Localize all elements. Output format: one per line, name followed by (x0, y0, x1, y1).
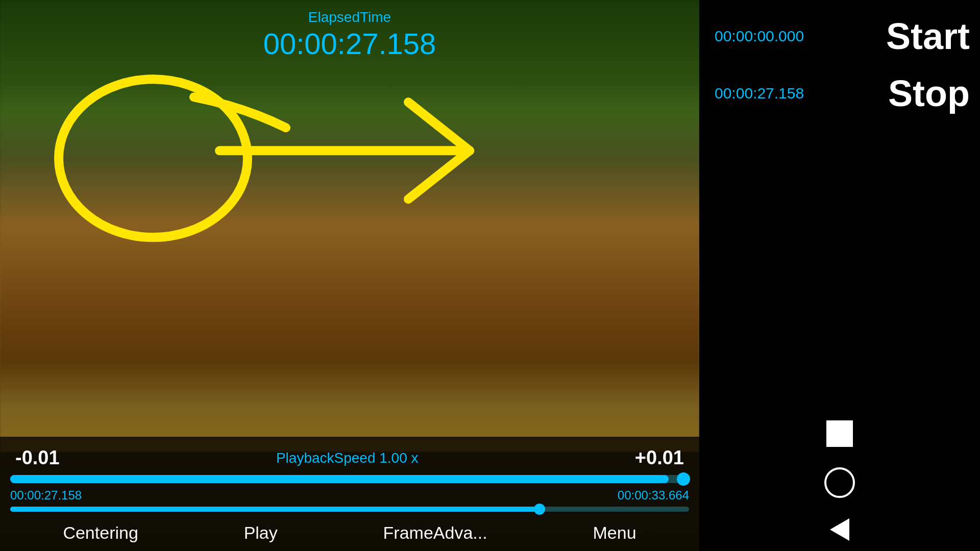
progress-bar-1-fill (10, 475, 669, 483)
decrease-speed-button[interactable]: -0.01 (10, 447, 65, 469)
start-button[interactable]: Start (886, 15, 970, 57)
playback-speed-label: PlaybackSpeed 1.00 x (276, 450, 419, 466)
app: ElapsedTime 00:00:27.158 -0.01 PlaybackS… (0, 0, 980, 551)
centering-button[interactable]: Centering (53, 523, 148, 543)
play-button[interactable]: Play (234, 523, 288, 543)
progress-end-time: 00:00:33.664 (618, 488, 689, 503)
stop-time: 00:00:27.158 (715, 85, 804, 102)
nav-back-button[interactable] (830, 518, 849, 541)
progress-bar-1[interactable] (10, 475, 689, 483)
sidebar-top: 00:00:00.000 Start 00:00:27.158 Stop (699, 0, 980, 410)
menu-button[interactable]: Menu (582, 523, 646, 543)
horses-layer (0, 0, 699, 452)
elapsed-time-label: ElapsedTime (308, 9, 391, 26)
speed-row: -0.01 PlaybackSpeed 1.00 x +0.01 (10, 443, 689, 475)
stop-section: 00:00:27.158 Stop (715, 72, 970, 114)
increase-speed-button[interactable]: +0.01 (630, 447, 689, 469)
progress-start-time: 00:00:27.158 (10, 488, 82, 503)
nav-circle-button[interactable] (824, 467, 855, 498)
nav-buttons (699, 410, 980, 551)
right-sidebar: 00:00:00.000 Start 00:00:27.158 Stop (699, 0, 980, 551)
progress-bar-2-fill (10, 507, 540, 512)
progress-bar-2[interactable] (10, 507, 689, 512)
progress-bar-2-thumb[interactable] (534, 504, 545, 515)
time-labels-row-1: 00:00:27.158 00:00:33.664 (10, 488, 689, 503)
bottom-controls: -0.01 PlaybackSpeed 1.00 x +0.01 00:00:2… (0, 437, 699, 551)
start-time: 00:00:00.000 (715, 28, 804, 45)
nav-square-button[interactable] (826, 420, 853, 447)
stop-button[interactable]: Stop (888, 72, 970, 114)
start-section: 00:00:00.000 Start (715, 15, 970, 57)
progress-bar-1-thumb[interactable] (677, 472, 690, 486)
frame-advance-button[interactable]: FrameAdva... (373, 523, 498, 543)
elapsed-time-value: 00:00:27.158 (263, 27, 436, 61)
bottom-buttons: Centering Play FrameAdva... Menu (10, 517, 689, 551)
video-area: ElapsedTime 00:00:27.158 -0.01 PlaybackS… (0, 0, 699, 551)
